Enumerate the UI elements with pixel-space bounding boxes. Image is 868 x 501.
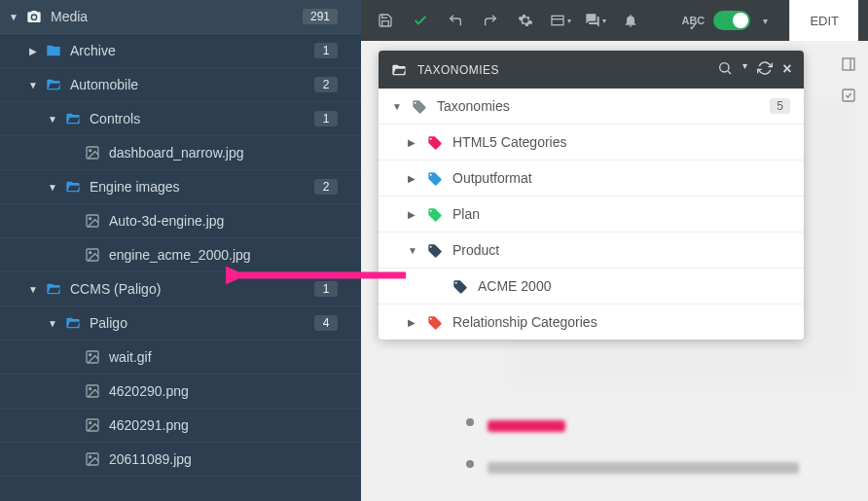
taxonomy-outputformat[interactable]: ▶ Outputformat <box>379 161 804 197</box>
image-icon <box>84 145 101 161</box>
tree-folder-ccms[interactable]: ▼ CCMS (Paligo) 1 <box>0 272 361 306</box>
chevron-down-icon: ▼ <box>47 182 58 193</box>
image-icon <box>84 417 101 433</box>
tree-label: CCMS (Paligo) <box>70 281 161 297</box>
taxonomy-label: ACME 2000 <box>478 278 551 294</box>
svg-point-13 <box>90 456 91 458</box>
image-icon <box>84 349 101 365</box>
tree-folder-controls[interactable]: ▼ Controls 1 <box>0 102 361 136</box>
checkbox-icon[interactable] <box>841 88 860 107</box>
count-badge: 1 <box>314 281 338 297</box>
redo-icon[interactable] <box>476 6 505 35</box>
svg-point-9 <box>90 388 91 390</box>
tree-label: dashboard_narrow.jpg <box>109 145 244 161</box>
tree-file-dashboard[interactable]: dashboard_narrow.jpg <box>0 136 361 170</box>
check-icon[interactable] <box>406 6 435 35</box>
chevron-down-icon[interactable]: ▾ <box>742 60 748 79</box>
undo-icon[interactable] <box>441 6 470 35</box>
tree-label: Engine images <box>90 179 180 195</box>
svg-rect-18 <box>843 58 854 70</box>
tree-folder-automobile[interactable]: ▼ Automobile 2 <box>0 68 361 102</box>
folder-open-icon <box>64 111 82 126</box>
image-icon <box>84 383 101 399</box>
image-icon <box>84 451 101 467</box>
gear-icon[interactable] <box>511 6 540 35</box>
folder-open-icon <box>45 77 62 92</box>
panel-title: TAXONOMIES <box>417 63 499 77</box>
bullet-icon <box>466 418 474 426</box>
svg-point-3 <box>90 218 91 220</box>
count-badge: 1 <box>314 111 338 126</box>
tree-label: Automobile <box>70 77 138 92</box>
chevron-right-icon: ▶ <box>408 137 421 148</box>
tree-file-wait[interactable]: wait.gif <box>0 340 361 375</box>
folder-open-icon <box>390 62 408 78</box>
taxonomy-acme-2000[interactable]: ACME 2000 <box>379 268 804 304</box>
svg-line-17 <box>728 71 731 74</box>
tree-label: Media <box>51 9 88 24</box>
tag-icon <box>427 171 445 185</box>
tree-label: 4620290.png <box>109 383 189 399</box>
tree-label: Controls <box>90 111 140 126</box>
taxonomies-panel: TAXONOMIES ▾ × ▼ Taxonomies 5 ▶ HTML5 Ca… <box>379 51 804 340</box>
tree-file-20611089[interactable]: 20611089.jpg <box>0 443 361 477</box>
tree-file-4620290[interactable]: 4620290.png <box>0 375 361 409</box>
tag-icon <box>427 135 445 149</box>
tree-folder-engine-images[interactable]: ▼ Engine images 2 <box>0 170 361 204</box>
folder-open-icon <box>45 281 62 297</box>
chevron-down-icon: ▼ <box>47 318 58 329</box>
image-icon <box>84 213 101 229</box>
media-tree-sidebar: ▼ Media 291 ▶ Archive 1 ▼ Automobile 2 ▼… <box>0 0 361 501</box>
tree-folder-paligo[interactable]: ▼ Paligo 4 <box>0 306 361 340</box>
chevron-down-icon: ▼ <box>47 114 58 125</box>
search-icon[interactable] <box>717 60 733 79</box>
right-edge-tools <box>841 56 860 107</box>
taxonomies-panel-header[interactable]: TAXONOMIES ▾ × <box>379 51 804 89</box>
taxonomy-relationship[interactable]: ▶ Relationship Categories <box>379 304 804 340</box>
tree-label: engine_acme_2000.jpg <box>109 247 251 263</box>
tag-icon <box>452 279 470 293</box>
image-icon <box>84 247 101 263</box>
count-badge: 1 <box>314 43 338 58</box>
chevron-right-icon: ▶ <box>408 173 421 184</box>
folder-open-icon <box>64 315 82 331</box>
edit-button[interactable]: EDIT <box>789 0 858 41</box>
chevron-down-icon: ▼ <box>27 284 39 295</box>
tree-file-4620291[interactable]: 4620291.png <box>0 409 361 443</box>
svg-point-7 <box>90 354 91 356</box>
folder-open-icon <box>64 179 82 195</box>
editor-pane: ▾ ▾ ABC✓ ▾ EDIT TAXONOMIES ▾ × ▼ Taxonom… <box>361 0 868 501</box>
comment-icon[interactable]: ▾ <box>581 6 610 35</box>
bullet-icon <box>466 460 474 468</box>
tag-icon <box>427 207 445 221</box>
editor-toolbar: ▾ ▾ ABC✓ ▾ EDIT <box>361 0 868 41</box>
taxonomy-label: Relationship Categories <box>452 314 597 330</box>
taxonomy-html5[interactable]: ▶ HTML5 Categories <box>379 125 804 161</box>
spellcheck-icon[interactable]: ABC✓ <box>678 6 707 35</box>
tree-root-media[interactable]: ▼ Media 291 <box>0 0 361 34</box>
taxonomy-plan[interactable]: ▶ Plan <box>379 197 804 233</box>
refresh-icon[interactable] <box>757 60 773 79</box>
svg-point-16 <box>719 63 728 72</box>
save-icon[interactable] <box>371 6 400 35</box>
tag-icon <box>427 315 445 329</box>
taxonomy-product[interactable]: ▼ Product <box>379 233 804 268</box>
panel-toggle-icon[interactable] <box>841 56 860 76</box>
chevron-right-icon: ▶ <box>408 317 421 328</box>
toggle-switch[interactable] <box>713 11 750 30</box>
tree-folder-archive[interactable]: ▶ Archive 1 <box>0 34 361 68</box>
chevron-down-icon: ▼ <box>392 101 406 112</box>
count-badge: 2 <box>314 179 338 195</box>
chevron-down-icon: ▼ <box>27 80 39 90</box>
tree-file-auto3d[interactable]: Auto-3d-engine.jpg <box>0 204 361 238</box>
bell-icon[interactable] <box>616 6 645 35</box>
taxonomy-label: Taxonomies <box>437 98 510 114</box>
chevron-down-icon: ▼ <box>8 12 19 22</box>
tree-file-engine-acme[interactable]: engine_acme_2000.jpg <box>0 238 361 272</box>
taxonomy-root[interactable]: ▼ Taxonomies 5 <box>379 89 804 125</box>
chevron-down-icon[interactable]: ▾ <box>756 6 774 35</box>
count-badge: 5 <box>770 98 790 114</box>
blurred-text <box>488 420 565 432</box>
layout-icon[interactable]: ▾ <box>546 6 575 35</box>
close-icon[interactable]: × <box>782 60 792 79</box>
